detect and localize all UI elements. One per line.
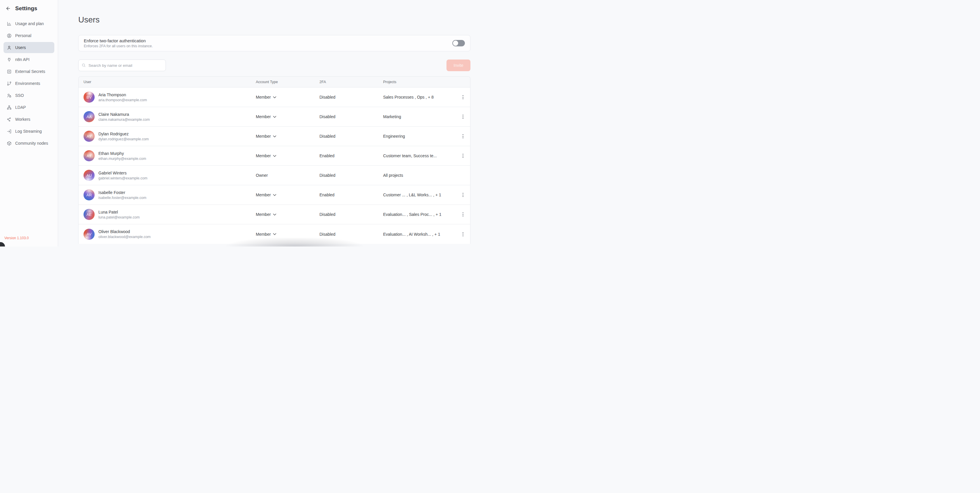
version-link[interactable]: Version 1.103.0 [5,236,29,240]
sidebar-item-label: Community nodes [15,141,48,146]
chevron-down-icon [273,194,276,196]
projects-list: Evaluation... , AI Worksh... , + 1 [378,232,456,236]
table-row: AV Oliver Blackwood oliver.blackwood@exa… [78,224,470,244]
user-name: Oliver Blackwood [99,229,151,234]
table-row: AY Dylan Rodriguez dylan.rodriguez@examp… [78,127,470,146]
account-type-dropdown[interactable]: Member [256,154,276,158]
users-table: User Account Type 2FA Projects BV Aria T… [78,76,471,244]
settings-nav: Usage and plan Personal Users n8n API Ex… [3,18,54,149]
table-header-row: User Account Type 2FA Projects [78,77,470,87]
chevron-down-icon [273,155,276,157]
sidebar-item-environments[interactable]: Environments [3,78,54,89]
toggle-knob [453,41,458,46]
user-email: gabriel.winters@example.com [99,176,148,180]
user-lock-icon [6,93,12,98]
row-actions-menu-icon[interactable] [461,152,465,160]
user-name: Gabriel Winters [99,171,148,175]
account-type-dropdown[interactable]: Member [256,95,276,100]
sidebar-item-label: External Secrets [15,69,45,74]
user-email: isabelle.foster@example.com [99,196,146,200]
avatar: AR [84,189,95,200]
hierarchy-icon [6,105,12,110]
sidebar-item-workers[interactable]: Workers [3,114,54,125]
bar-chart-icon [6,21,12,26]
column-header-projects: Projects [378,80,456,84]
table-row: AA Claire Nakamura claire.nakamura@examp… [78,107,470,127]
account-type-dropdown[interactable]: Member [256,212,276,217]
sidebar-item-personal[interactable]: Personal [3,30,54,41]
account-type-dropdown[interactable]: Member [256,232,276,236]
row-actions-menu-icon[interactable] [461,211,465,218]
table-row: BV Aria Thompson aria.thompson@example.c… [78,87,470,107]
user-email: dylan.rodriguez@example.com [99,137,149,141]
enforce-2fa-toggle[interactable] [452,40,465,46]
2fa-status: Disabled [315,173,378,178]
sidebar-item-log-streaming[interactable]: Log Streaming [3,126,54,137]
sidebar-item-community-nodes[interactable]: Community nodes [3,138,54,149]
settings-sidebar: Settings Usage and plan Personal Users n… [0,0,58,246]
row-actions-menu-icon[interactable] [461,191,465,199]
package-icon [6,141,12,146]
projects-list: Customer team, Success te... [378,154,456,158]
sidebar-item-ldap[interactable]: LDAP [3,102,54,113]
row-actions-menu-icon[interactable] [461,132,465,140]
column-header-2fa: 2FA [315,80,378,84]
avatar: AU [84,170,95,181]
column-header-account-type: Account Type [251,80,315,84]
back-arrow-icon[interactable] [5,6,11,11]
user-icon [6,45,12,50]
sidebar-item-label: Personal [15,33,31,38]
column-header-user: User [78,80,251,84]
account-type-dropdown[interactable]: Member [256,134,276,139]
2fa-status: Disabled [315,212,378,217]
row-actions-menu-icon[interactable] [461,230,465,238]
account-type-label: Owner [256,173,268,178]
chevron-down-icon [273,233,276,235]
2fa-status: Enabled [315,193,378,197]
sidebar-title: Settings [15,5,37,12]
sidebar-item-external-secrets[interactable]: External Secrets [3,66,54,77]
sidebar-item-label: SSO [15,93,24,98]
git-branch-icon [6,81,12,86]
chevron-down-icon [273,116,276,118]
user-email: luna.patel@example.com [99,215,140,219]
account-type-dropdown[interactable]: Member [256,193,276,197]
avatar: AA [84,111,95,122]
sidebar-item-label: Usage and plan [15,21,44,26]
search-input[interactable] [78,60,166,71]
sidebar-item-label: Environments [15,81,40,86]
invite-button[interactable]: Invite [447,60,471,71]
user-name: Dylan Rodriguez [99,132,149,136]
sidebar-item-label: LDAP [15,105,26,110]
sidebar-item-sso[interactable]: SSO [3,90,54,101]
floating-widget-partial [0,242,5,246]
row-actions-menu-icon[interactable] [461,113,465,120]
user-email: claire.nakamura@example.com [99,117,150,122]
projects-list: Customer ... , L&L Works... , + 1 [378,193,456,197]
row-actions-menu-icon[interactable] [461,94,465,101]
user-email: ethan.murphy@example.com [99,157,146,161]
user-name: Luna Patel [99,210,140,214]
user-name: Isabelle Foster [99,190,146,195]
enforce-2fa-card: Enforce two-factor authentication Enforc… [78,35,471,51]
sidebar-item-label: n8n API [15,57,30,62]
share-nodes-icon [6,117,12,122]
sidebar-item-usage-and-plan[interactable]: Usage and plan [3,18,54,29]
table-row: AY Ethan Murphy ethan.murphy@example.com… [78,146,470,166]
2fa-status: Disabled [315,114,378,119]
chevron-down-icon [273,214,276,216]
sidebar-item-users[interactable]: Users [3,42,54,53]
vault-icon [6,69,12,74]
avatar: AY [84,131,95,142]
sidebar-item-label: Users [15,45,26,50]
2fa-status: Disabled [315,232,378,236]
projects-list: Sales Processes , Ops , + 8 [378,95,456,100]
user-email: oliver.blackwood@example.com [99,235,151,239]
projects-list: All projects [378,173,456,178]
table-actions-row: Invite [78,60,471,71]
avatar: AV [84,229,95,240]
projects-list: Marketing [378,114,456,119]
account-type-dropdown[interactable]: Member [256,114,276,119]
sidebar-item-n8n-api[interactable]: n8n API [3,54,54,65]
page-title: Users [78,15,471,24]
